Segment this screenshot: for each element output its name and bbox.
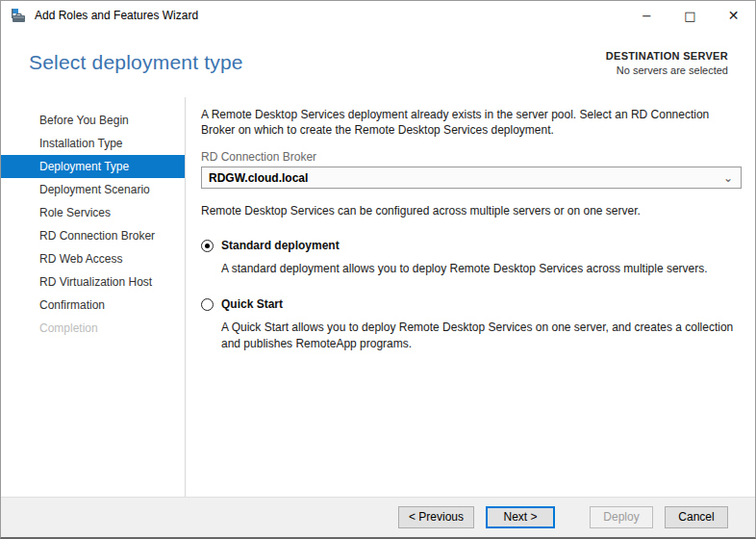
quick-start-label: Quick Start: [221, 297, 283, 311]
maximize-button[interactable]: □: [668, 1, 712, 30]
sidebar-item-role-services[interactable]: Role Services: [1, 201, 185, 224]
wizard-body: Before You Begin Installation Type Deplo…: [1, 97, 755, 497]
wizard-app-icon: [11, 8, 26, 23]
config-text: Remote Desktop Services can be configure…: [201, 203, 742, 218]
deployment-type-pane: A Remote Desktop Services deployment alr…: [186, 97, 756, 497]
sidebar-item-rd-virtualization-host[interactable]: RD Virtualization Host: [1, 270, 185, 294]
rd-connection-broker-label: RD Connection Broker: [201, 150, 742, 164]
quick-start-radio-row[interactable]: Quick Start: [201, 297, 742, 311]
cancel-button[interactable]: Cancel: [665, 506, 728, 528]
minimize-button[interactable]: −: [625, 1, 668, 30]
destination-server-block: DESTINATION SERVER No servers are select…: [606, 49, 728, 78]
chevron-down-icon: ⌄: [723, 173, 733, 183]
sidebar-item-before-you-begin[interactable]: Before You Begin: [1, 109, 185, 132]
standard-deployment-description: A standard deployment allows you to depl…: [221, 261, 742, 277]
intro-text: A Remote Desktop Services deployment alr…: [201, 107, 742, 138]
quick-start-description: A Quick Start allows you to deploy Remot…: [221, 320, 742, 352]
standard-deployment-radio-row[interactable]: Standard deployment: [201, 239, 742, 252]
wizard-window: Add Roles and Features Wizard − □ ✕ Sele…: [0, 0, 756, 539]
rd-connection-broker-dropdown[interactable]: RDGW.cloud.local ⌄: [201, 167, 742, 189]
destination-server-value: No servers are selected: [606, 64, 728, 78]
previous-button[interactable]: < Previous: [398, 506, 474, 528]
standard-deployment-option: Standard deployment A standard deploymen…: [201, 239, 742, 277]
quick-start-option: Quick Start A Quick Start allows you to …: [201, 297, 742, 352]
sidebar-item-rd-connection-broker[interactable]: RD Connection Broker: [1, 224, 185, 247]
quick-start-radio[interactable]: [201, 298, 214, 311]
wizard-footer: < Previous Next > Deploy Cancel: [1, 497, 755, 537]
close-icon: ✕: [728, 8, 740, 23]
deploy-button: Deploy: [590, 506, 653, 528]
minimize-icon: −: [642, 9, 652, 23]
sidebar-item-deployment-scenario[interactable]: Deployment Scenario: [1, 178, 185, 201]
destination-server-label: DESTINATION SERVER: [606, 49, 728, 64]
close-button[interactable]: ✕: [712, 1, 755, 30]
sidebar-item-rd-web-access[interactable]: RD Web Access: [1, 247, 185, 270]
standard-deployment-radio[interactable]: [201, 240, 214, 252]
wizard-steps-sidebar: Before You Begin Installation Type Deplo…: [1, 97, 186, 497]
maximize-icon: □: [684, 9, 695, 23]
sidebar-item-completion: Completion: [1, 317, 185, 340]
sidebar-item-confirmation[interactable]: Confirmation: [1, 294, 185, 317]
page-title: Select deployment type: [29, 51, 243, 74]
sidebar-item-installation-type[interactable]: Installation Type: [1, 132, 185, 155]
title-bar: Add Roles and Features Wizard − □ ✕: [1, 1, 755, 30]
wizard-header: Select deployment type DESTINATION SERVE…: [1, 30, 755, 97]
window-title: Add Roles and Features Wizard: [35, 9, 198, 22]
standard-deployment-label: Standard deployment: [221, 239, 340, 252]
rd-connection-broker-value: RDGW.cloud.local: [209, 171, 723, 185]
sidebar-item-deployment-type[interactable]: Deployment Type: [1, 155, 185, 178]
next-button[interactable]: Next >: [486, 506, 555, 528]
